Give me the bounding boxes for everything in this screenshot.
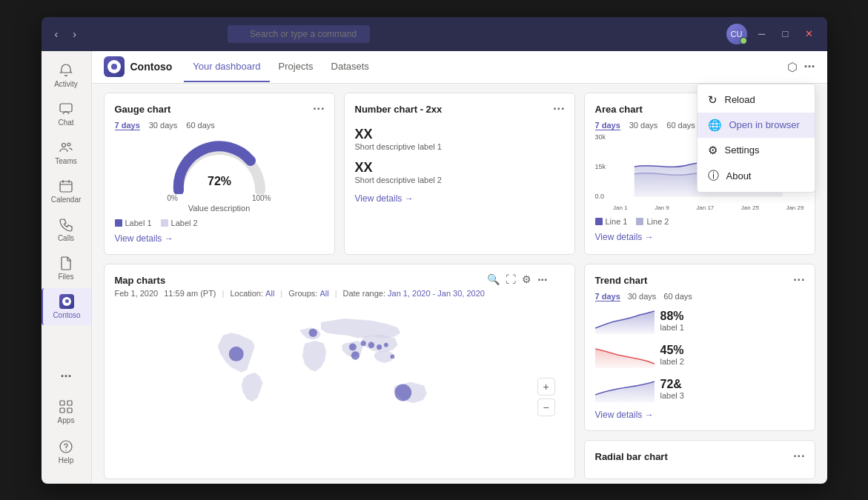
more-options-button[interactable]: ···	[804, 59, 815, 75]
file-icon	[59, 256, 73, 270]
sidebar-item-calls[interactable]: Calls	[42, 211, 91, 248]
gauge-view-details[interactable]: View details →	[115, 233, 324, 244]
sidebar-item-label: Chat	[58, 119, 73, 127]
restore-button[interactable]: □	[777, 25, 795, 43]
nav-forward-button[interactable]: ›	[68, 27, 81, 41]
svg-point-18	[384, 342, 388, 347]
sidebar-item-files[interactable]: Files	[42, 250, 91, 287]
svg-rect-7	[67, 408, 72, 413]
area-legend-2: Line 2	[636, 217, 669, 226]
trend-val-container-3: 72& label 3	[660, 378, 684, 400]
ctx-about[interactable]: ⓘ About	[698, 163, 815, 189]
svg-rect-4	[60, 401, 64, 405]
sidebar-item-chat[interactable]: Chat	[42, 96, 91, 133]
trend-chart-menu[interactable]: ···	[793, 273, 805, 287]
trend-mini-svg-2	[595, 341, 655, 368]
sidebar-item-more[interactable]: ···	[55, 363, 78, 390]
trend-tab-30days[interactable]: 30 days	[628, 292, 657, 301]
avatar[interactable]: CU	[726, 24, 747, 44]
nav-back-button[interactable]: ‹	[50, 27, 63, 41]
teams-icon	[59, 140, 73, 155]
number-val-2: XX	[355, 160, 564, 176]
trend-lbl-1: label 1	[660, 323, 684, 332]
number-chart-menu[interactable]: ···	[553, 102, 565, 116]
area-legend: Line 1 Line 2	[595, 217, 804, 226]
calendar-icon	[59, 179, 73, 193]
gauge-tab-30days[interactable]: 30 days	[149, 121, 178, 130]
number-chart-title: Number chart - 2xx	[355, 104, 564, 115]
number-label-1: Short descriptive label 1	[355, 142, 564, 151]
browser-icon: 🌐	[708, 119, 722, 132]
apps-icon	[59, 399, 73, 414]
svg-rect-5	[67, 401, 72, 405]
sidebar-item-teams[interactable]: Teams	[42, 134, 91, 171]
gauge-legend: Label 1 Label 2	[115, 219, 324, 227]
number-label-2: Short descriptive label 2	[355, 176, 564, 184]
number-chart-card: Number chart - 2xx ··· XX Short descript…	[344, 93, 575, 255]
area-legend-dot-2	[636, 218, 643, 225]
svg-rect-0	[60, 104, 72, 112]
sidebar-item-contoso[interactable]: Contoso	[42, 288, 91, 325]
trend-chart-title: Trend chart	[595, 275, 804, 286]
sidebar-item-calendar[interactable]: Calendar	[42, 173, 91, 210]
area-view-details[interactable]: View details →	[595, 232, 804, 242]
map-zoom-in[interactable]: +	[537, 378, 555, 396]
svg-point-15	[360, 341, 365, 346]
tabbar-actions: ⬡ ···	[787, 59, 815, 75]
gauge-chart-menu[interactable]: ···	[313, 102, 325, 116]
trend-val-3: 72&	[660, 378, 684, 391]
sidebar-item-label: Contoso	[53, 311, 80, 319]
area-tab-60days[interactable]: 60 days	[666, 121, 695, 130]
svg-point-13	[308, 328, 317, 336]
area-tab-30days[interactable]: 30 days	[629, 121, 658, 130]
reload-icon: ↻	[708, 93, 718, 107]
map-expand-icon[interactable]: ⛶	[506, 273, 516, 287]
trend-chart-card: Trend chart ··· 7 days 30 days 60 days	[584, 264, 815, 431]
trend-val-container-2: 45% label 2	[660, 344, 684, 366]
trend-lbl-2: label 2	[660, 357, 684, 366]
number-items: XX Short descriptive label 1 XX Short de…	[355, 127, 564, 184]
sidebar-item-activity[interactable]: Activity	[42, 57, 91, 94]
svg-point-19	[390, 354, 394, 359]
map-settings-icon[interactable]: ⚙	[522, 273, 531, 287]
trend-item-3: 72& label 3	[595, 376, 804, 402]
tab-projects[interactable]: Projects	[270, 52, 322, 82]
minimize-button[interactable]: ─	[753, 25, 771, 43]
gauge-desc: Value description	[188, 204, 251, 213]
sidebar-item-label: Teams	[55, 157, 76, 165]
open-external-icon[interactable]: ⬡	[787, 60, 798, 74]
radial-chart-title: Radial bar chart	[595, 451, 804, 462]
tab-dashboard[interactable]: Your dashboard	[184, 52, 269, 82]
map-zoom-out[interactable]: −	[537, 399, 555, 416]
gauge-tab-7days[interactable]: 7 days	[115, 121, 140, 130]
info-icon: ⓘ	[708, 169, 719, 183]
world-map-svg	[115, 304, 564, 452]
trend-view-details[interactable]: View details →	[595, 410, 804, 420]
contoso-tab-icon	[104, 56, 125, 77]
svg-point-14	[348, 343, 356, 350]
titlebar: ‹ › 🔍 CU ─ □ ✕	[42, 17, 827, 51]
sidebar-item-help[interactable]: Help	[55, 433, 78, 470]
trend-tab-7days[interactable]: 7 days	[595, 292, 620, 301]
search-input[interactable]	[228, 25, 370, 43]
map-more-icon[interactable]: ···	[537, 273, 547, 287]
close-button[interactable]: ✕	[801, 25, 818, 43]
ctx-reload[interactable]: ↻ Reload	[698, 87, 815, 113]
sidebar-item-apps[interactable]: Apps	[55, 393, 78, 430]
trend-val-container-1: 88% label 1	[660, 310, 684, 332]
area-legend-dot-1	[595, 218, 603, 225]
svg-rect-3	[60, 181, 72, 192]
svg-point-9	[65, 450, 66, 450]
presence-badge	[740, 37, 747, 44]
ctx-settings[interactable]: ⚙ Settings	[698, 138, 815, 163]
number-view-details[interactable]: View details →	[355, 193, 564, 204]
map-svg-container: + −	[115, 304, 564, 452]
tab-datasets[interactable]: Datasets	[322, 52, 378, 82]
phone-icon	[59, 217, 73, 232]
area-tab-7days[interactable]: 7 days	[595, 121, 620, 130]
map-search-icon[interactable]: 🔍	[487, 273, 500, 287]
radial-chart-menu[interactable]: ···	[793, 450, 805, 463]
ctx-open-browser[interactable]: 🌐 Open in browser	[698, 113, 815, 138]
trend-tab-60days[interactable]: 60 days	[663, 292, 692, 301]
gauge-tab-60days[interactable]: 60 days	[186, 121, 215, 130]
